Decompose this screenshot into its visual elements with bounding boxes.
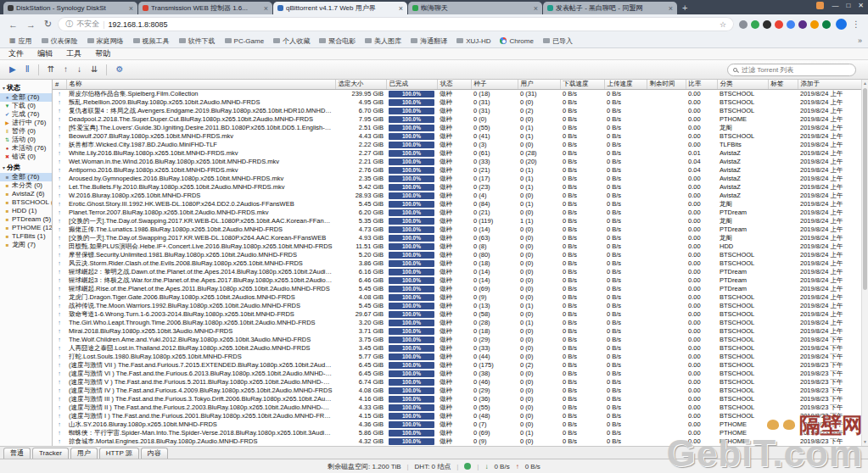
bookmark-item[interactable]: Chrome [496, 37, 536, 45]
close-button[interactable]: ✕ [858, 2, 864, 9]
options-button[interactable]: ⚙ [111, 62, 127, 77]
torrent-row[interactable]: ↑(速度与激情 I ) The.Fast.and.the.Furious.200… [53, 412, 861, 420]
move-down-button[interactable]: ↓ [73, 62, 86, 77]
profile-avatar[interactable] [836, 19, 847, 30]
torrent-row[interactable]: ↑Mirai.2018.BluRay.1080p.x265.10bit.3Aud… [53, 327, 861, 336]
vertical-scrollbar[interactable]: ▲ ▼ [861, 80, 868, 446]
bookmark-item[interactable]: 海通翻译 [407, 36, 451, 46]
column-header[interactable]: 剩余时间 [647, 80, 686, 89]
back-button[interactable]: ← [6, 19, 20, 30]
pause-button[interactable]: Ⅱ [21, 62, 34, 77]
category-filter-item[interactable]: ■PTDream (5) [0, 215, 52, 224]
torrent-row[interactable]: ↑Beowulf.2007.BluRay.1080p.x265.10bit.MN… [53, 132, 861, 141]
menubar-item[interactable]: 工具 [59, 48, 88, 59]
torrent-row[interactable]: ↑掠食城市.Mortal.Engines.2018.BluRay.1080p.2… [53, 437, 861, 446]
torrent-row[interactable]: ↑Aroused.by.Gymnopedies.2016.BluRay.1080… [53, 175, 861, 183]
tab-close-icon[interactable]: × [129, 4, 133, 13]
column-header[interactable]: 用户 [518, 80, 560, 89]
torrent-row[interactable]: ↑战神传说.The.Moon.Warriors.1992.BluRay.1080… [53, 302, 861, 310]
column-header[interactable]: 名称 [66, 80, 335, 89]
torrent-row[interactable]: ↑[交换的一天].The.Day.of.Swapping.2017.KR.WEB… [53, 234, 861, 242]
torrent-row[interactable]: ↑打蛇.Lost.Souls.1980.BluRay.1080p.x265.10… [53, 353, 861, 361]
torrent-row[interactable]: ↑(速度与激情 III ) The.Fast.and.the.Furious.3… [53, 395, 861, 403]
menubar-item[interactable]: 文件 [2, 48, 31, 59]
torrent-row[interactable]: ↑White.Lily.2016.BluRay.1080p.x265.10bit… [53, 149, 861, 158]
detail-tab[interactable]: 用户 [70, 448, 98, 459]
torrent-filter-searchbox[interactable] [727, 64, 856, 76]
screenshot-tool-icon[interactable] [816, 2, 824, 9]
column-header[interactable]: 种子 [471, 80, 518, 89]
category-filter-item[interactable]: ■龙阁 (7) [0, 241, 52, 249]
torrent-row[interactable]: ↑Wet.Woman.in.the.Wind.2016.BluRay.1080p… [53, 158, 861, 166]
scrollbar-thumb[interactable] [863, 88, 867, 290]
extension-icon[interactable] [787, 20, 795, 29]
browser-menu-icon[interactable]: ⋮ [850, 19, 862, 29]
status-filter-item[interactable]: ●全部 (76) [0, 93, 52, 102]
torrent-row[interactable]: ↑Planet.Terror.2007.BluRay.1080p.x265.10… [53, 209, 861, 217]
bookmark-item[interactable]: ▦应用 [6, 36, 36, 46]
extension-icon[interactable] [822, 20, 831, 29]
torrent-row[interactable]: ↑猩球崛起.Rise.of.the.Planet.of.the.Apes.201… [53, 285, 861, 293]
torrent-row[interactable]: ↑Let.The.Bullets.Fly.2010.BluRay.1080p.x… [53, 183, 861, 192]
torrent-row[interactable]: ↑(速度与激情 VI ) The.Fast.and.the.Furious.6.… [53, 370, 861, 378]
extension-icon[interactable] [751, 20, 759, 29]
torrent-row[interactable]: ↑(速度与激情 II ) The.Fast.and.the.Furious.2.… [53, 403, 861, 412]
column-header[interactable]: 下载速度 [560, 80, 604, 89]
torrent-row[interactable]: ↑风云决.Storm.Rider.Clash.of.the.Evils.2008… [53, 259, 861, 268]
connection-status-icon[interactable] [464, 463, 471, 470]
bookmark-item[interactable]: 个人收藏 [270, 36, 313, 46]
tab-close-icon[interactable]: × [399, 4, 403, 13]
bookmark-item[interactable]: 家庭网络 [84, 36, 127, 46]
category-filter-item[interactable]: ■TLFBits (1) [0, 232, 52, 241]
bookmark-item[interactable]: 视频工具 [130, 36, 173, 46]
torrent-row[interactable]: ↑(速度与激情 VII ) The.Fast.and.Furious.7.201… [53, 361, 861, 370]
column-header[interactable]: 比率 [686, 80, 717, 89]
torrent-row[interactable]: ↑复仇者联盟4：终局之战.Avengers.Endgame.2019.BluRa… [53, 107, 861, 115]
scroll-up-arrow-icon[interactable]: ▲ [862, 80, 868, 87]
extension-icon[interactable] [810, 20, 819, 29]
torrent-row[interactable]: ↑猩球崛起2：黎明之战.Dawn.of.the.Planet.of.the.Ap… [53, 268, 861, 276]
category-filter-item[interactable]: ■HDD (1) [0, 207, 52, 215]
status-filter-item[interactable]: ✔完成 (76) [0, 110, 52, 119]
status-filter-item[interactable]: ✖错误 (0) [0, 153, 52, 161]
move-bottom-button[interactable]: ⇊ [87, 62, 102, 77]
filter-input[interactable] [742, 66, 850, 74]
column-header[interactable]: 已完成 [386, 80, 437, 89]
category-filter-item[interactable]: ■AvistaZ (6) [0, 190, 52, 198]
column-header[interactable]: 上传速度 [604, 80, 647, 89]
browser-tab[interactable]: qBittorrent v4.1.7 Web 用户界× [273, 2, 407, 14]
torrent-row[interactable]: ↑山水.SY.2016.Bluray.1080p.x265.10bit.MNHD… [53, 420, 861, 429]
browser-tab[interactable]: 蜘海聊天× [408, 2, 542, 14]
torrent-row[interactable]: ↑癫佬正传.The.Lunatics.1986.BluRay.1080p.x26… [53, 225, 861, 234]
bookmark-item[interactable]: 已导入 [540, 36, 576, 46]
detail-tab[interactable]: Tracker [32, 448, 69, 459]
url-field[interactable]: ⓘ 不安全 | 192.168.1.8:8085 ☆ [58, 17, 734, 31]
torrent-row[interactable]: ↑The.Girl.Who.Leapt.Through.Time.2006.Bl… [53, 319, 861, 327]
torrent-row[interactable]: ↑Erotic.Ghost.Story.III.1992.HK.WEB-DL.1… [53, 200, 861, 209]
category-filter-item[interactable]: ■未分类 (0) [0, 181, 52, 190]
bookmark-item[interactable]: 软件下载 [176, 36, 219, 46]
detail-tab[interactable]: 普通 [3, 448, 31, 459]
torrent-row[interactable]: ↑叛乱.Rebellion.2009.BluRay.1080p.x265.10b… [53, 98, 861, 107]
status-filter-item[interactable]: ⇅活动 (0) [0, 136, 52, 144]
move-top-button[interactable]: ⇈ [43, 62, 59, 77]
category-filter-item[interactable]: ■全部 (76) [0, 173, 52, 181]
torrent-row[interactable]: ↑妖兽都市.Wicked.City.1987.BD.2Audio.MiniFHD… [53, 141, 861, 149]
maximize-button[interactable]: □ [846, 2, 850, 9]
torrent-row[interactable]: ↑人再囧途之泰囧.Lost.in.Thailand.2012.BluRay.10… [53, 344, 861, 353]
torrent-row[interactable]: ↑W.2016.Bluray.1080p.x265.10bit.MNHD-FRD… [53, 192, 861, 200]
category-filter-item[interactable]: ■BTSCHOOL (44) [0, 198, 52, 207]
status-filter-item[interactable]: ▶进行中 (76) [0, 119, 52, 127]
resume-button[interactable]: ▶ [5, 62, 20, 77]
torrent-row[interactable]: ↑(速度与激情 IV ) The.Fast.and.Furious.4.2009… [53, 387, 861, 395]
new-tab-button[interactable]: + [682, 3, 687, 13]
torrent-row[interactable]: ↑摩登保镖.Security.Unlimited.1981.BluRay.108… [53, 251, 861, 259]
tab-close-icon[interactable]: × [534, 4, 538, 13]
torrent-row[interactable]: ↑The.Wolf.Children.Ame.and.Yuki.2012.Blu… [53, 336, 861, 344]
column-header[interactable]: 标签 [768, 80, 798, 89]
bookmarks-overflow-icon[interactable]: » [858, 36, 862, 45]
column-header[interactable]: 添加于 [798, 80, 861, 89]
menubar-item[interactable]: 帮助 [88, 48, 117, 59]
bookmark-item[interactable]: PC-Game [221, 37, 268, 45]
torrent-row[interactable]: ↑蜘蛛侠：平行宇宙.Spider-Man.Into.The.Spider-Ver… [53, 429, 861, 437]
